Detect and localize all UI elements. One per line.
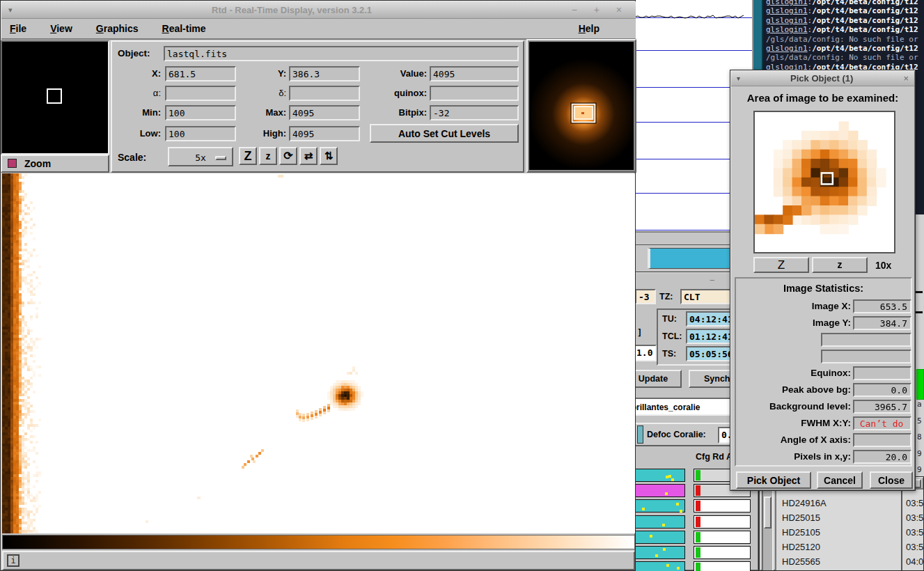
- stat-label: Pixels in x,y:: [794, 451, 851, 462]
- stat-value[interactable]: Can’t do: [853, 416, 911, 430]
- telemetry-dot: [665, 492, 668, 495]
- auto-cut-button[interactable]: Auto Set Cut Levels: [370, 124, 519, 143]
- zoom-in-button[interactable]: Z: [239, 147, 257, 165]
- edge-dash: [916, 311, 923, 313]
- pick-dialog-titlebar[interactable]: ▾ Pick Object (1) ×: [731, 71, 914, 86]
- zoom-panel[interactable]: [1, 40, 109, 155]
- telemetry-dot: [680, 510, 682, 513]
- star-name[interactable]: HD25105: [782, 527, 820, 538]
- menu-file[interactable]: File: [10, 23, 26, 34]
- edge-green-sliver: [916, 369, 924, 400]
- star-times-list[interactable]: 03:5703:5703:5703:5504:0204:04: [901, 488, 924, 571]
- desktop: glslogin1:/opt/t4/beta/config/t12glslogi…: [0, 0, 924, 571]
- pick-pick-object-button[interactable]: Pick Object: [736, 471, 811, 489]
- rtd-titlebar[interactable]: ▾ Rtd - Real-Time Display, version 3.2.1…: [1, 1, 636, 19]
- menu-help[interactable]: Help: [579, 23, 623, 34]
- star-name[interactable]: HD25565: [782, 556, 820, 567]
- stat-label: Peak above bg:: [782, 384, 851, 395]
- star-name[interactable]: HD25120: [782, 542, 820, 552]
- telemetry-dot: [668, 475, 671, 478]
- stat-value[interactable]: [853, 433, 911, 447]
- flip-x-icon[interactable]: ⇄: [299, 147, 318, 165]
- pick-image-frame[interactable]: [753, 111, 895, 253]
- star-list-scrollbar[interactable]: [762, 488, 774, 571]
- close-icon[interactable]: ×: [903, 73, 909, 84]
- star-names-list[interactable]: HD24916AHD25015HD25105HD25120HD25565HD25…: [775, 488, 901, 571]
- high-label: High:: [246, 128, 286, 139]
- main-image-canvas[interactable]: [2, 173, 635, 533]
- zoom-out-button[interactable]: z: [259, 147, 277, 165]
- scale-fragment-field[interactable]: 1.0: [633, 345, 657, 361]
- low-field[interactable]: 100: [165, 126, 236, 141]
- cfg-label: Cfg Rd A: [696, 452, 733, 462]
- pick-zoom-factor: 10x: [875, 260, 891, 271]
- y-label: Y:: [258, 68, 286, 79]
- rtd-statusbar: i: [2, 551, 635, 570]
- stat-value[interactable]: 0.0: [853, 383, 911, 397]
- pick-zoom-in-button[interactable]: Z: [753, 257, 809, 273]
- info-icon[interactable]: i: [7, 554, 19, 567]
- flip-y-icon[interactable]: ⇅: [320, 147, 338, 165]
- star-time: 03:57: [906, 527, 924, 538]
- pick-zoom-out-button[interactable]: z: [812, 257, 868, 273]
- pick-cancel-button[interactable]: Cancel: [817, 471, 863, 489]
- telemetry-dot: [663, 548, 666, 551]
- rtd-window-buttons[interactable]: − + ×: [572, 4, 629, 15]
- value-field[interactable]: 4095: [430, 66, 519, 81]
- menu-graphics[interactable]: Graphics: [96, 23, 139, 34]
- terminal-line: glslogin1:/opt/t4/beta/config/t12: [766, 25, 924, 34]
- max-field[interactable]: 4095: [289, 105, 360, 120]
- stats-frame: Image Statistics: Image X:653.5Image Y:3…: [735, 277, 912, 467]
- menu-help-label[interactable]: Help: [579, 23, 600, 34]
- stats-rows: Image X:653.5Image Y:384.7α:δ:Equinox:Pe…: [736, 279, 911, 465]
- stat-value[interactable]: 3965.7: [853, 400, 911, 414]
- ra-field[interactable]: [165, 86, 236, 101]
- stat-value[interactable]: 20.0: [853, 450, 911, 464]
- x-label: X:: [133, 68, 161, 79]
- clock-label: TS:: [662, 349, 676, 359]
- dec-label: δ:: [258, 88, 286, 98]
- stat-value[interactable]: [821, 333, 911, 347]
- scrollbar-thumb[interactable]: [764, 496, 772, 529]
- high-field[interactable]: 4095: [289, 126, 360, 141]
- colormap-bar[interactable]: [2, 535, 635, 549]
- pick-close-button[interactable]: Close: [870, 471, 913, 489]
- pick-object-dialog: ▾ Pick Object (1) × Area of image to be …: [730, 70, 916, 491]
- value-label: Value:: [371, 68, 427, 79]
- dec-field[interactable]: [289, 86, 360, 101]
- menu-view[interactable]: View: [50, 23, 72, 34]
- edge-text-fragment: 9: [917, 465, 922, 474]
- clock-label: TU:: [662, 314, 677, 324]
- low-label: Low:: [126, 128, 161, 139]
- stat-value[interactable]: [821, 350, 911, 363]
- progress-bar: [694, 546, 751, 559]
- min-field[interactable]: 100: [165, 105, 236, 120]
- object-label: Object:: [118, 48, 150, 58]
- edge-text-fragment: 9: [917, 449, 922, 458]
- status-segment-red: [696, 501, 700, 511]
- rotate-icon[interactable]: ⟳: [279, 147, 297, 165]
- x-field[interactable]: 681.5: [165, 66, 236, 81]
- stat-value[interactable]: 384.7: [853, 316, 911, 330]
- object-field[interactable]: lastql.fits: [164, 46, 519, 61]
- y-field[interactable]: 386.3: [289, 66, 360, 81]
- min-label: Min:: [126, 107, 161, 118]
- star-name[interactable]: HD24916A: [782, 498, 827, 508]
- utc-offset-field[interactable]: -3: [635, 289, 656, 304]
- telemetry-dot: [655, 554, 658, 557]
- telemetry-dot: [676, 503, 679, 506]
- panner-panel[interactable]: [526, 39, 636, 173]
- menu-real-time[interactable]: Real-time: [162, 23, 206, 34]
- zoom-marker-box: [47, 88, 62, 104]
- star-name[interactable]: HD25015: [782, 513, 820, 523]
- zoom-toggle-icon[interactable]: [8, 159, 17, 168]
- bitpix-field[interactable]: -32: [430, 105, 519, 120]
- bitpix-label: Bitpix:: [371, 107, 427, 118]
- stat-value[interactable]: [853, 366, 911, 380]
- star-time: 03:55: [906, 542, 924, 552]
- stat-value[interactable]: 653.5: [853, 299, 911, 313]
- scale-option-menu[interactable]: 5x: [168, 147, 233, 166]
- stat-label: Angle of X axis:: [781, 435, 851, 445]
- equinox-field[interactable]: [430, 86, 519, 101]
- telemetry-dot: [662, 524, 665, 526]
